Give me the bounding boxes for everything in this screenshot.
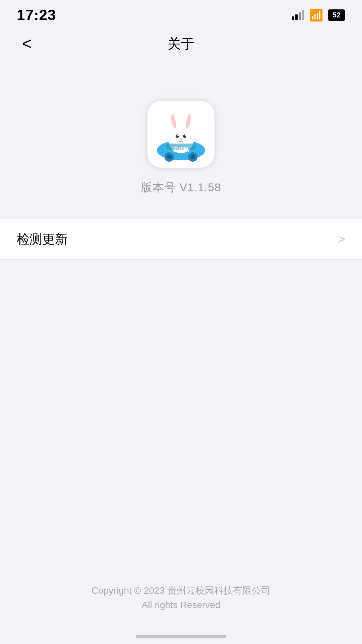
svg-point-13 bbox=[176, 135, 179, 138]
svg-text:云袋鼠: 云袋鼠 bbox=[173, 147, 189, 152]
svg-point-6 bbox=[190, 155, 195, 159]
nav-bar: < 关于 bbox=[0, 27, 362, 60]
version-label: 版本号 V1.1.58 bbox=[141, 180, 221, 195]
back-button[interactable]: < bbox=[17, 34, 37, 54]
app-icon: 云袋鼠 bbox=[147, 101, 215, 168]
chevron-right-icon: > bbox=[338, 232, 345, 247]
svg-point-15 bbox=[177, 135, 179, 136]
svg-point-5 bbox=[167, 155, 172, 159]
wifi-icon: 📶 bbox=[309, 8, 323, 22]
status-bar: 17:23 📶 52 bbox=[0, 0, 362, 27]
list-section: 检测更新 > bbox=[0, 219, 362, 260]
svg-point-17 bbox=[180, 139, 182, 141]
footer: Copyright © 2023 贵州云校园科技有限公司 All rights … bbox=[0, 584, 362, 610]
home-indicator bbox=[136, 635, 226, 638]
signal-icon bbox=[292, 10, 304, 20]
battery-icon: 52 bbox=[328, 9, 345, 21]
status-time: 17:23 bbox=[17, 7, 56, 23]
app-icon-section: 云袋鼠 版本号 V1.1.58 bbox=[0, 101, 362, 195]
svg-point-16 bbox=[185, 135, 186, 136]
app-icon-svg: 云袋鼠 bbox=[147, 101, 215, 168]
rights-text: All rights Reserved bbox=[142, 600, 221, 610]
check-update-item[interactable]: 检测更新 > bbox=[0, 219, 362, 259]
copyright-text: Copyright © 2023 贵州云校园科技有限公司 bbox=[92, 584, 270, 597]
check-update-label: 检测更新 bbox=[17, 231, 68, 248]
status-icons: 📶 52 bbox=[292, 8, 345, 22]
page-title: 关于 bbox=[168, 35, 194, 53]
svg-point-14 bbox=[183, 135, 186, 138]
